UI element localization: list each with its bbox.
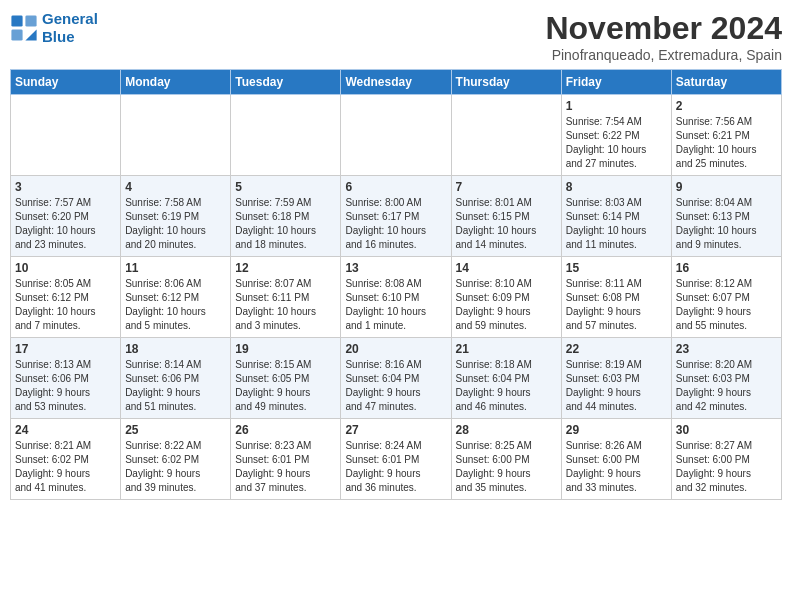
calendar-cell: 11Sunrise: 8:06 AM Sunset: 6:12 PM Dayli… (121, 257, 231, 338)
day-info: Sunrise: 8:13 AM Sunset: 6:06 PM Dayligh… (15, 358, 116, 414)
weekday-header-thursday: Thursday (451, 70, 561, 95)
calendar-cell: 10Sunrise: 8:05 AM Sunset: 6:12 PM Dayli… (11, 257, 121, 338)
calendar-cell: 13Sunrise: 8:08 AM Sunset: 6:10 PM Dayli… (341, 257, 451, 338)
day-number: 28 (456, 423, 557, 437)
day-info: Sunrise: 8:20 AM Sunset: 6:03 PM Dayligh… (676, 358, 777, 414)
day-info: Sunrise: 8:11 AM Sunset: 6:08 PM Dayligh… (566, 277, 667, 333)
weekday-header-sunday: Sunday (11, 70, 121, 95)
calendar-cell: 15Sunrise: 8:11 AM Sunset: 6:08 PM Dayli… (561, 257, 671, 338)
calendar-cell (11, 95, 121, 176)
day-number: 27 (345, 423, 446, 437)
weekday-header-monday: Monday (121, 70, 231, 95)
day-number: 29 (566, 423, 667, 437)
day-number: 1 (566, 99, 667, 113)
day-number: 2 (676, 99, 777, 113)
day-info: Sunrise: 8:03 AM Sunset: 6:14 PM Dayligh… (566, 196, 667, 252)
title-block: November 2024 Pinofranqueado, Extremadur… (545, 10, 782, 63)
day-number: 20 (345, 342, 446, 356)
day-info: Sunrise: 7:54 AM Sunset: 6:22 PM Dayligh… (566, 115, 667, 171)
week-row-2: 3Sunrise: 7:57 AM Sunset: 6:20 PM Daylig… (11, 176, 782, 257)
day-number: 14 (456, 261, 557, 275)
logo-icon (10, 14, 38, 42)
logo: General Blue (10, 10, 98, 46)
day-number: 25 (125, 423, 226, 437)
calendar-cell: 16Sunrise: 8:12 AM Sunset: 6:07 PM Dayli… (671, 257, 781, 338)
calendar-cell: 3Sunrise: 7:57 AM Sunset: 6:20 PM Daylig… (11, 176, 121, 257)
calendar-cell (231, 95, 341, 176)
calendar-cell (121, 95, 231, 176)
day-info: Sunrise: 7:59 AM Sunset: 6:18 PM Dayligh… (235, 196, 336, 252)
svg-marker-3 (25, 29, 36, 40)
day-number: 10 (15, 261, 116, 275)
day-info: Sunrise: 8:12 AM Sunset: 6:07 PM Dayligh… (676, 277, 777, 333)
day-info: Sunrise: 8:25 AM Sunset: 6:00 PM Dayligh… (456, 439, 557, 495)
day-number: 9 (676, 180, 777, 194)
day-info: Sunrise: 8:04 AM Sunset: 6:13 PM Dayligh… (676, 196, 777, 252)
day-info: Sunrise: 7:57 AM Sunset: 6:20 PM Dayligh… (15, 196, 116, 252)
calendar-cell: 22Sunrise: 8:19 AM Sunset: 6:03 PM Dayli… (561, 338, 671, 419)
day-number: 13 (345, 261, 446, 275)
day-number: 21 (456, 342, 557, 356)
calendar-table: SundayMondayTuesdayWednesdayThursdayFrid… (10, 69, 782, 500)
day-info: Sunrise: 8:10 AM Sunset: 6:09 PM Dayligh… (456, 277, 557, 333)
location: Pinofranqueado, Extremadura, Spain (545, 47, 782, 63)
day-info: Sunrise: 8:08 AM Sunset: 6:10 PM Dayligh… (345, 277, 446, 333)
svg-rect-2 (11, 29, 22, 40)
day-number: 16 (676, 261, 777, 275)
week-row-5: 24Sunrise: 8:21 AM Sunset: 6:02 PM Dayli… (11, 419, 782, 500)
week-row-3: 10Sunrise: 8:05 AM Sunset: 6:12 PM Dayli… (11, 257, 782, 338)
week-row-4: 17Sunrise: 8:13 AM Sunset: 6:06 PM Dayli… (11, 338, 782, 419)
month-title: November 2024 (545, 10, 782, 47)
day-info: Sunrise: 8:16 AM Sunset: 6:04 PM Dayligh… (345, 358, 446, 414)
day-number: 30 (676, 423, 777, 437)
day-info: Sunrise: 8:00 AM Sunset: 6:17 PM Dayligh… (345, 196, 446, 252)
day-info: Sunrise: 8:22 AM Sunset: 6:02 PM Dayligh… (125, 439, 226, 495)
calendar-cell: 21Sunrise: 8:18 AM Sunset: 6:04 PM Dayli… (451, 338, 561, 419)
calendar-cell: 9Sunrise: 8:04 AM Sunset: 6:13 PM Daylig… (671, 176, 781, 257)
day-number: 3 (15, 180, 116, 194)
day-info: Sunrise: 8:18 AM Sunset: 6:04 PM Dayligh… (456, 358, 557, 414)
day-info: Sunrise: 8:06 AM Sunset: 6:12 PM Dayligh… (125, 277, 226, 333)
day-number: 19 (235, 342, 336, 356)
day-number: 7 (456, 180, 557, 194)
weekday-header-row: SundayMondayTuesdayWednesdayThursdayFrid… (11, 70, 782, 95)
day-info: Sunrise: 8:24 AM Sunset: 6:01 PM Dayligh… (345, 439, 446, 495)
calendar-cell: 2Sunrise: 7:56 AM Sunset: 6:21 PM Daylig… (671, 95, 781, 176)
day-number: 4 (125, 180, 226, 194)
day-number: 17 (15, 342, 116, 356)
calendar-cell: 23Sunrise: 8:20 AM Sunset: 6:03 PM Dayli… (671, 338, 781, 419)
calendar-cell (451, 95, 561, 176)
day-number: 18 (125, 342, 226, 356)
day-info: Sunrise: 8:14 AM Sunset: 6:06 PM Dayligh… (125, 358, 226, 414)
calendar-cell: 30Sunrise: 8:27 AM Sunset: 6:00 PM Dayli… (671, 419, 781, 500)
calendar-cell: 18Sunrise: 8:14 AM Sunset: 6:06 PM Dayli… (121, 338, 231, 419)
weekday-header-saturday: Saturday (671, 70, 781, 95)
day-info: Sunrise: 7:58 AM Sunset: 6:19 PM Dayligh… (125, 196, 226, 252)
day-number: 24 (15, 423, 116, 437)
calendar-cell: 14Sunrise: 8:10 AM Sunset: 6:09 PM Dayli… (451, 257, 561, 338)
page-header: General Blue November 2024 Pinofranquead… (10, 10, 782, 63)
day-number: 23 (676, 342, 777, 356)
day-info: Sunrise: 8:21 AM Sunset: 6:02 PM Dayligh… (15, 439, 116, 495)
svg-rect-0 (11, 15, 22, 26)
calendar-cell: 28Sunrise: 8:25 AM Sunset: 6:00 PM Dayli… (451, 419, 561, 500)
weekday-header-friday: Friday (561, 70, 671, 95)
day-info: Sunrise: 8:19 AM Sunset: 6:03 PM Dayligh… (566, 358, 667, 414)
calendar-cell: 4Sunrise: 7:58 AM Sunset: 6:19 PM Daylig… (121, 176, 231, 257)
calendar-cell: 26Sunrise: 8:23 AM Sunset: 6:01 PM Dayli… (231, 419, 341, 500)
calendar-cell: 20Sunrise: 8:16 AM Sunset: 6:04 PM Dayli… (341, 338, 451, 419)
calendar-cell: 5Sunrise: 7:59 AM Sunset: 6:18 PM Daylig… (231, 176, 341, 257)
day-info: Sunrise: 8:23 AM Sunset: 6:01 PM Dayligh… (235, 439, 336, 495)
svg-rect-1 (25, 15, 36, 26)
calendar-cell (341, 95, 451, 176)
weekday-header-wednesday: Wednesday (341, 70, 451, 95)
day-info: Sunrise: 8:01 AM Sunset: 6:15 PM Dayligh… (456, 196, 557, 252)
day-number: 5 (235, 180, 336, 194)
day-info: Sunrise: 8:15 AM Sunset: 6:05 PM Dayligh… (235, 358, 336, 414)
calendar-cell: 19Sunrise: 8:15 AM Sunset: 6:05 PM Dayli… (231, 338, 341, 419)
day-number: 11 (125, 261, 226, 275)
day-number: 26 (235, 423, 336, 437)
calendar-cell: 24Sunrise: 8:21 AM Sunset: 6:02 PM Dayli… (11, 419, 121, 500)
day-number: 15 (566, 261, 667, 275)
calendar-cell: 8Sunrise: 8:03 AM Sunset: 6:14 PM Daylig… (561, 176, 671, 257)
